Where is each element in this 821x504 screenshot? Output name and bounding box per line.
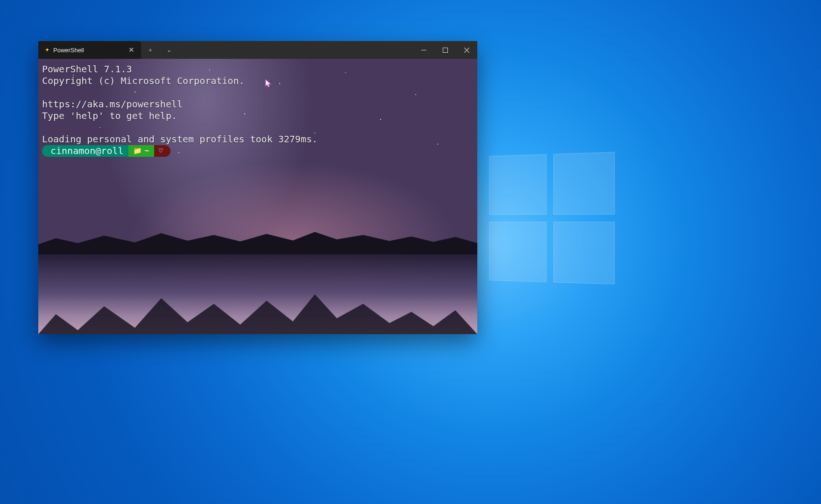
terminal-viewport[interactable]: PowerShell 7.1.3 Copyright (c) Microsoft… bbox=[38, 59, 477, 334]
terminal-line: Copyright (c) Microsoft Corporation. bbox=[42, 75, 244, 86]
windows-logo bbox=[489, 152, 617, 287]
tab-label: PowerShell bbox=[53, 47, 122, 54]
terminal-window: ✦ PowerShell ✕ + ⌄ PowerShell 7.1.3 Copy… bbox=[38, 41, 477, 334]
tab-powershell[interactable]: ✦ PowerShell ✕ bbox=[38, 41, 141, 59]
terminal-line: https://aka.ms/powershell bbox=[42, 98, 183, 110]
terminal-line: PowerShell 7.1.3 bbox=[42, 63, 132, 75]
tab-close-button[interactable]: ✕ bbox=[126, 45, 136, 55]
maximize-button[interactable] bbox=[434, 41, 456, 59]
svg-rect-0 bbox=[421, 50, 426, 50]
window-close-button[interactable] bbox=[456, 41, 477, 59]
titlebar[interactable]: ✦ PowerShell ✕ + ⌄ bbox=[38, 41, 477, 59]
terminal-line: Loading personal and system profiles too… bbox=[42, 133, 318, 145]
titlebar-drag-region[interactable] bbox=[178, 41, 413, 59]
terminal-output[interactable]: PowerShell 7.1.3 Copyright (c) Microsoft… bbox=[38, 59, 477, 161]
terminal-line: Type 'help' to get help. bbox=[42, 110, 177, 121]
minimize-button[interactable] bbox=[413, 41, 434, 59]
sparkle-icon: ✦ bbox=[45, 47, 50, 53]
heart-icon: ♡ bbox=[159, 145, 163, 157]
prompt-path-segment: 📁~ bbox=[128, 145, 154, 157]
tab-dropdown-button[interactable]: ⌄ bbox=[160, 41, 178, 59]
prompt: cinnamon@roll📁~♡ bbox=[42, 145, 170, 157]
prompt-user-segment: cinnamon@roll bbox=[42, 145, 128, 157]
new-tab-button[interactable]: + bbox=[141, 41, 160, 59]
folder-icon: 📁 bbox=[133, 145, 142, 157]
prompt-path: ~ bbox=[145, 145, 149, 157]
desktop: ✦ PowerShell ✕ + ⌄ PowerShell 7.1.3 Copy… bbox=[0, 0, 821, 504]
prompt-status-segment: ♡ bbox=[154, 145, 170, 157]
svg-rect-1 bbox=[443, 48, 447, 52]
